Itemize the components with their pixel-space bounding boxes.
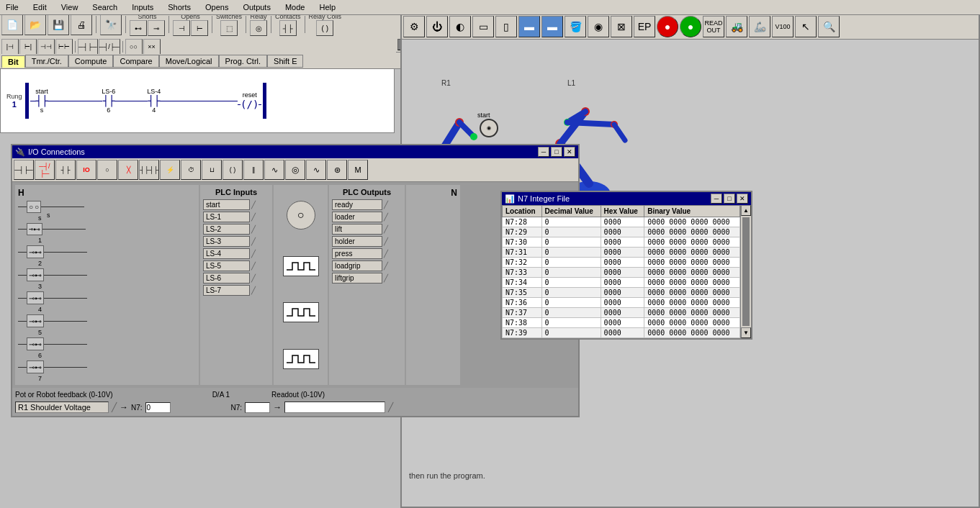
io-tool-coil[interactable]: ( )	[222, 160, 243, 180]
nav-btn2[interactable]: ⊢|	[19, 39, 37, 55]
relay-btn[interactable]: ◎	[250, 20, 267, 36]
ml-btn17[interactable]: V100	[772, 16, 794, 37]
io-close-btn[interactable]: ✕	[564, 147, 575, 157]
nav-btn6[interactable]: ─┤/├─	[99, 39, 120, 55]
io-tool-branch[interactable]: ⊔	[202, 160, 222, 180]
ml-btn4[interactable]: ▭	[472, 16, 494, 37]
menu-mode[interactable]: Mode	[282, 1, 308, 13]
contact-xx[interactable]: ××	[143, 39, 161, 55]
menu-search[interactable]: Search	[89, 1, 120, 13]
ml-btn18[interactable]: ↖	[795, 16, 817, 37]
io-tool-lamp[interactable]: ⊛	[327, 160, 347, 180]
tab-bit[interactable]: Bit	[1, 55, 25, 68]
table-row[interactable]: N7:38 0 0000 0000 0000 0000 0000	[503, 318, 740, 328]
nav-btn1[interactable]: |⊣	[1, 39, 19, 55]
contacts-btn[interactable]: ┤├	[279, 20, 297, 36]
nav-btn5[interactable]: ─┤├─	[78, 39, 98, 55]
table-row[interactable]: N7:35 0 0000 0000 0000 0000 0000	[503, 288, 740, 298]
n7-scroll-thumb[interactable]	[742, 217, 750, 326]
menu-help[interactable]: Help	[316, 1, 338, 13]
ml-btn7[interactable]: ▬	[541, 16, 563, 37]
menu-outputs[interactable]: Outputs	[240, 1, 274, 13]
opens-btn1[interactable]: ⊣	[173, 20, 190, 36]
open-button[interactable]: 📂	[24, 14, 46, 35]
n7-scroll-up-btn[interactable]: ▲	[741, 205, 751, 216]
tab-compute[interactable]: Compute	[68, 55, 114, 68]
io-tool-timer[interactable]: ⏱	[181, 160, 201, 180]
menu-view[interactable]: View	[58, 1, 81, 13]
table-row[interactable]: N7:32 0 0000 0000 0000 0000 0000	[503, 258, 740, 268]
io-tool-xio[interactable]: IO	[76, 160, 96, 180]
table-row[interactable]: N7:36 0 0000 0000 0000 0000 0000	[503, 298, 740, 308]
io-tool-xic[interactable]: ┤├	[55, 160, 76, 180]
ml-btn8[interactable]: 🪣	[565, 16, 586, 37]
n7-scroll-down-btn[interactable]: ▼	[741, 327, 751, 338]
table-row[interactable]: N7:37 0 0000 0000 0000 0000 0000	[503, 308, 740, 318]
io-tool-oc[interactable]: ○	[97, 160, 117, 180]
ml-btn11[interactable]: EP	[634, 16, 655, 37]
io-tool-wave2[interactable]: ∿	[306, 160, 326, 180]
nav-btn3[interactable]: ⊣⊣	[37, 39, 55, 55]
opens-btn2[interactable]: ⊢	[191, 20, 208, 36]
io-tool-xic2[interactable]: ┤├┤├	[139, 160, 159, 180]
ml-btn15[interactable]: 🚜	[726, 16, 747, 37]
io-tool-motor[interactable]: M	[348, 160, 368, 180]
ml-btn1[interactable]: ⚙	[403, 16, 425, 37]
io-maximize-btn[interactable]: □	[551, 147, 562, 157]
save-button[interactable]: 💾	[48, 14, 69, 35]
io-tool-nc[interactable]: ╳	[118, 160, 138, 180]
table-row[interactable]: N7:39 0 0000 0000 0000 0000 0000	[503, 328, 740, 338]
menu-file[interactable]: File	[3, 1, 22, 13]
menu-shorts[interactable]: Shorts	[165, 1, 194, 13]
switch-btn[interactable]: ⬚	[220, 20, 238, 36]
new-button[interactable]: 📄	[1, 14, 23, 35]
ml-btn14[interactable]: READ OUT	[703, 16, 724, 37]
ml-btn2[interactable]: ⏻	[426, 16, 448, 37]
table-row[interactable]: N7:34 0 0000 0000 0000 0000 0000	[503, 278, 740, 288]
ml-btn9[interactable]: ◉	[588, 16, 609, 37]
table-row[interactable]: N7:31 0 0000 0000 0000 0000 0000	[503, 248, 740, 258]
table-row[interactable]: N7:30 0 0000 0000 0000 0000 0000	[503, 237, 740, 248]
binoculars-button[interactable]: 🔭	[100, 14, 122, 35]
da-n7-input[interactable]	[245, 402, 270, 413]
short-btn2[interactable]: ⊸	[148, 20, 165, 36]
io-tool-contact-nc[interactable]: ─┤/├─	[35, 160, 55, 180]
tab-timer[interactable]: Tmr./Ctr.	[25, 55, 68, 68]
ml-btn19[interactable]: 🔍	[818, 16, 840, 37]
nav-btn4[interactable]: ⊢⊢	[55, 39, 73, 55]
print-button[interactable]: 🖨	[71, 14, 92, 35]
io-tool-contact-no[interactable]: ─┤├─	[14, 160, 34, 180]
tab-compare[interactable]: Compare	[113, 55, 158, 68]
contact-oo[interactable]: ○○	[125, 39, 143, 55]
coils-btn[interactable]: ( )	[316, 20, 333, 36]
n7-minimize-btn[interactable]: ─	[711, 194, 722, 204]
menu-opens[interactable]: Opens	[202, 1, 231, 13]
menu-inputs[interactable]: Inputs	[129, 1, 156, 13]
io-tool-relay[interactable]: ⚡	[160, 160, 180, 180]
n7-close-btn[interactable]: ✕	[737, 194, 748, 204]
ml-btn3[interactable]: ◐	[449, 16, 471, 37]
io-tool-circle[interactable]: ◎	[285, 160, 305, 180]
tab-move[interactable]: Move/Logical	[159, 55, 219, 68]
n7-maximize-btn[interactable]: □	[724, 194, 735, 204]
contact-ls4-label: LS-4	[147, 88, 161, 95]
ml-btn6[interactable]: ▬	[518, 16, 540, 37]
io-tool-par[interactable]: ‖	[243, 160, 264, 180]
io-tool-waveform[interactable]: ∿	[264, 160, 284, 180]
ml-btn5[interactable]: ▯	[495, 16, 517, 37]
contact-ls6-sym: ┤├	[102, 95, 114, 106]
tab-shift[interactable]: Shift E	[267, 55, 303, 68]
ml-btn13[interactable]: ●	[680, 16, 701, 37]
tab-prog[interactable]: Prog. Ctrl.	[219, 55, 268, 68]
table-row[interactable]: N7:28 0 0000 0000 0000 0000 0000	[503, 217, 740, 227]
row5-label: 4	[38, 306, 196, 313]
ml-btn10[interactable]: ⊠	[611, 16, 632, 37]
menu-edit[interactable]: Edit	[30, 1, 50, 13]
ml-btn16[interactable]: 🦾	[749, 16, 770, 37]
ml-btn12[interactable]: ●	[657, 16, 678, 37]
short-btn1[interactable]: ⊷	[130, 20, 147, 36]
io-minimize-btn[interactable]: ─	[538, 147, 549, 157]
ad-n7-input[interactable]	[145, 402, 171, 413]
table-row[interactable]: N7:29 0 0000 0000 0000 0000 0000	[503, 227, 740, 237]
table-row[interactable]: N7:33 0 0000 0000 0000 0000 0000	[503, 268, 740, 278]
